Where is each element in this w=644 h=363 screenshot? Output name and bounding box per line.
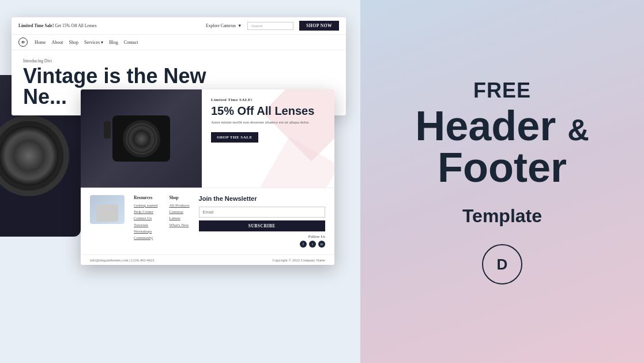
subscribe-button[interactable]: SUBSCRIBE (199, 220, 325, 231)
introducing-label: Introducing Divi (23, 58, 334, 63)
sale-text: Limited Time Sale! Get 15% Off All Lense… (18, 23, 97, 28)
newsletter-heading: Join the Newsletter (199, 195, 325, 202)
follow-us-label: Follow Us (199, 234, 325, 239)
divi-logo: D (482, 244, 522, 285)
nav-blog[interactable]: Blog (109, 40, 118, 45)
link-all-products[interactable]: All Products (169, 203, 189, 209)
footer-content: Resources Getting started Help Center Co… (90, 195, 325, 248)
shop-now-button[interactable]: SHOP NOW (299, 21, 339, 31)
promo-title: 15% Off All Lenses (211, 104, 325, 117)
popup-card: Limited Time SALE! 15% Off All Lenses Am… (81, 89, 334, 265)
free-label: FREE (473, 78, 531, 103)
newsletter-section: Join the Newsletter SUBSCRIBE Follow Us … (199, 195, 325, 248)
nav-shop[interactable]: Shop (69, 40, 78, 45)
footer-section: Resources Getting started Help Center Co… (81, 188, 334, 255)
link-getting-started[interactable]: Getting started (134, 203, 157, 209)
link-lenses[interactable]: Lenses (169, 215, 189, 222)
nav-bar: D Home About Shop Services ▾ Blog Contac… (12, 35, 346, 50)
bottom-bar: info@elegantthemes.com | (124) 462-4623 … (81, 255, 334, 265)
link-contact-us[interactable]: Contact Us (134, 215, 157, 222)
instagram-icon[interactable]: in (318, 241, 325, 248)
link-help-center[interactable]: Help Center (134, 209, 157, 215)
footer-image (90, 195, 125, 224)
link-tutorials[interactable]: Tutorials (134, 222, 157, 229)
email-input[interactable] (199, 207, 325, 218)
footer-links: Resources Getting started Help Center Co… (134, 195, 190, 241)
top-bar: Limited Time Sale! Get 15% Off All Lense… (12, 17, 346, 35)
facebook-icon[interactable]: f (300, 241, 307, 248)
resources-column: Resources Getting started Help Center Co… (134, 195, 157, 241)
promo-text-area: Limited Time SALE! 15% Off All Lenses Am… (202, 89, 334, 188)
header-title: Header & (415, 105, 589, 147)
nav-contact[interactable]: Contact (124, 40, 138, 45)
link-cameras[interactable]: Cameras (169, 209, 189, 215)
shop-column: Shop All Products Cameras Lenses What's … (169, 195, 189, 241)
link-whats-new[interactable]: What's New (169, 222, 189, 229)
promo-section: Limited Time SALE! 15% Off All Lenses Am… (81, 89, 334, 188)
copyright-text: Copyright © 2022 Company Name (272, 258, 325, 262)
promo-camera-image (81, 89, 202, 188)
nav-logo: D (18, 38, 28, 47)
template-label: Template (462, 205, 542, 227)
shop-heading: Shop (169, 195, 189, 200)
left-panel: Limited Time Sale! Get 15% Off All Lense… (0, 0, 360, 363)
link-community[interactable]: Community (134, 235, 157, 241)
contact-info: info@elegantthemes.com | (124) 462-4623 (90, 258, 155, 262)
nav-about[interactable]: About (52, 40, 63, 45)
social-icons: f t in (199, 241, 325, 248)
promo-badge: Limited Time SALE! (211, 98, 325, 102)
search-input[interactable]: Search (247, 22, 293, 30)
nav-home[interactable]: Home (35, 40, 46, 45)
nav-services[interactable]: Services ▾ (84, 40, 103, 45)
twitter-icon[interactable]: t (309, 241, 316, 248)
promo-description: Amet minim mollit non deserunt ullamco e… (211, 120, 325, 126)
link-workshops[interactable]: Workshops (134, 229, 157, 235)
nav-items: Home About Shop Services ▾ Blog Contact (35, 40, 138, 45)
right-panel: FREE Header & Footer Template D (360, 0, 644, 363)
footer-title: Footer (415, 147, 589, 188)
explore-cameras-button[interactable]: Explore Cameras ▼ (206, 23, 242, 28)
resources-heading: Resources (134, 195, 157, 200)
shop-sale-button[interactable]: SHOP THE SALE (211, 132, 258, 143)
